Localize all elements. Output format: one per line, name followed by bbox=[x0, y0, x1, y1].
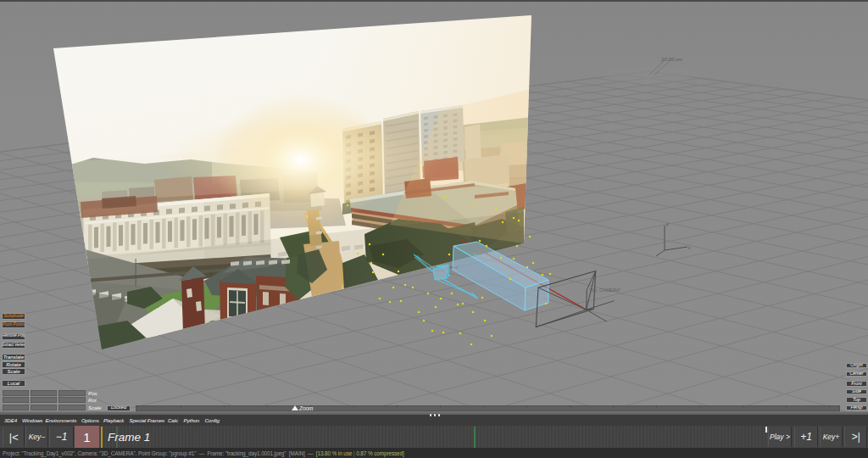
svg-text:y: y bbox=[665, 221, 669, 226]
svg-text:"3D_CAMERA": "3D_CAMERA" bbox=[589, 288, 622, 293]
svg-text:x: x bbox=[687, 245, 691, 250]
svg-text:10.00 cm: 10.00 cm bbox=[661, 57, 682, 62]
